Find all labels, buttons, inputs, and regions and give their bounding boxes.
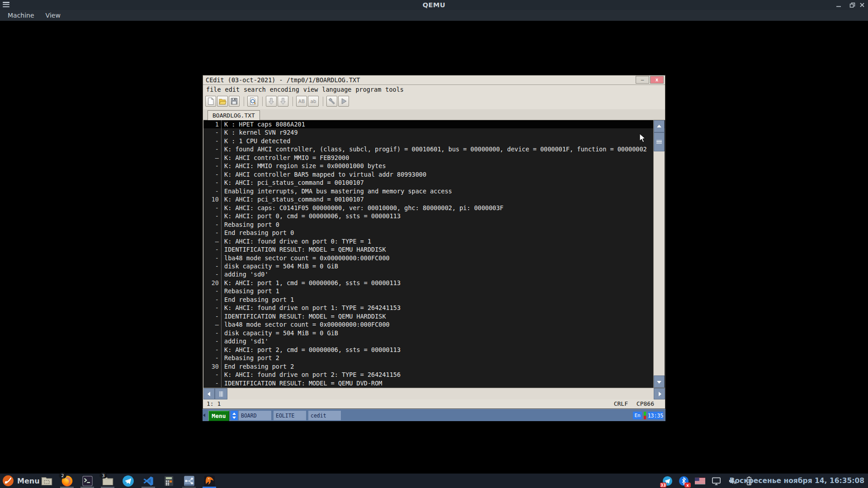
telegram-launcher[interactable]: [121, 474, 135, 488]
line-number: -: [203, 187, 221, 195]
build-button[interactable]: [326, 96, 337, 107]
cedit-window: CEdit (03-oct-2021) - /tmp0/1/BOARDLOG.T…: [203, 75, 665, 409]
line-text: K: AHCI: port 0, cmd = 00000006, ssts = …: [221, 212, 401, 220]
display-tray[interactable]: [711, 475, 722, 486]
close-icon: [859, 2, 865, 8]
line-text: IDENTIFICATION RESULT: MODEL = QEMU HARD…: [221, 245, 386, 253]
guest-menu-button[interactable]: Menu: [208, 411, 229, 421]
search-button[interactable]: [247, 96, 258, 107]
scroll-up-button[interactable]: [654, 120, 665, 132]
editor-line: -Rebasing port 2: [203, 354, 665, 362]
host-menu-button[interactable]: Menu: [2, 475, 40, 487]
open-file-button[interactable]: [217, 96, 228, 107]
editor-line: -Rebasing port 0: [203, 221, 665, 229]
undo-button[interactable]: [266, 96, 277, 107]
toolbar-separator: [244, 97, 244, 106]
run-button[interactable]: [338, 96, 349, 107]
redo-button[interactable]: [278, 96, 288, 107]
editor-line: -K: AHCI: port 0, cmd = 00000006, ssts =…: [203, 212, 665, 220]
screen: QEMU MachineView CEdit (03-oct-2021) - /…: [0, 0, 868, 488]
scroll-left-button[interactable]: [203, 388, 215, 399]
host-titlebar[interactable]: QEMU: [0, 0, 868, 10]
line-number: -: [203, 379, 221, 387]
cpu-load-indicator: [644, 412, 646, 419]
telegram-tray[interactable]: 33: [662, 475, 673, 486]
cedit-menu-program[interactable]: program: [355, 86, 381, 93]
task-button-cedit[interactable]: cedit: [308, 411, 341, 420]
task-button-board[interactable]: BOARD: [239, 411, 271, 420]
editor-line: 1K : HPET caps 8086A201: [203, 120, 665, 128]
line-number: -: [203, 371, 221, 379]
cedit-menu-file[interactable]: file: [206, 86, 221, 93]
encoding-indicator: CP866: [637, 400, 654, 407]
line-number: -: [203, 312, 221, 320]
guest-language-indicator[interactable]: En: [633, 412, 642, 419]
cedit-menu-tools[interactable]: tools: [385, 86, 404, 93]
falkon-launcher[interactable]: [203, 474, 216, 488]
vertical-scroll-thumb[interactable]: [654, 132, 665, 151]
cedit-menu-encoding[interactable]: encoding: [270, 86, 299, 93]
editor-line: -K: AHCI: found drive on port 1: TYPE = …: [203, 304, 665, 312]
terminal-icon: [81, 475, 94, 487]
keyboard-layout[interactable]: [694, 475, 705, 486]
terminal-launcher[interactable]: [80, 474, 94, 488]
line-number: -: [203, 245, 221, 253]
host-taskbar: Menu 23 33x Воскресенье ноября 14, 16:35…: [0, 474, 868, 488]
replace-lowercase-button[interactable]: ab: [308, 96, 319, 107]
line-text: K : HPET caps 8086A201: [221, 120, 305, 128]
task-button-eolite[interactable]: EOLITE: [274, 411, 306, 420]
cedit-statusbar: 1: 1 CRLF CP866: [203, 399, 665, 408]
cursor-position: 1: 1: [207, 400, 221, 407]
build-icon: [328, 97, 336, 105]
tab-boardlog[interactable]: BOARDLOG.TXT: [208, 110, 260, 120]
folder-launcher[interactable]: 3: [101, 474, 114, 488]
save-file-button[interactable]: [229, 96, 240, 107]
calculator-launcher[interactable]: [162, 474, 175, 488]
vertical-scrollbar[interactable]: [653, 120, 665, 388]
scroll-right-button[interactable]: [654, 388, 665, 399]
telegram-icon: [122, 475, 134, 487]
editor-text-area[interactable]: 1K : HPET caps 8086A201-K : kernel SVN r…: [203, 120, 665, 388]
guest-clock[interactable]: 13:35: [648, 412, 663, 419]
cedit-menu-search[interactable]: search: [244, 86, 266, 93]
new-file-icon: [207, 97, 215, 105]
vscode-launcher[interactable]: [142, 474, 155, 488]
undo-icon: [267, 97, 275, 105]
cedit-menu-language[interactable]: language: [322, 86, 351, 93]
editor-line: -K: AHCI: pci_status_command = 00100107: [203, 178, 665, 187]
cedit-menu-view[interactable]: view: [303, 86, 318, 93]
horizontal-scroll-thumb[interactable]: [215, 388, 227, 399]
file-manager-launcher[interactable]: [40, 474, 53, 488]
cedit-close-button[interactable]: x: [650, 76, 664, 84]
launcher-icons: 23: [40, 474, 223, 488]
host-clock[interactable]: Воскресенье ноября 14, 16:35:08: [730, 474, 864, 488]
menubar-item-machine[interactable]: Machine: [4, 11, 38, 19]
menubar-item-view[interactable]: View: [42, 11, 64, 19]
bluetooth-tray[interactable]: x: [678, 475, 689, 486]
cedit-titlebar[interactable]: CEdit (03-oct-2021) - /tmp0/1/BOARDLOG.T…: [203, 75, 665, 85]
line-text: IDENTIFICATION RESULT: MODEL = QEMU DVD-…: [221, 379, 382, 387]
new-file-button[interactable]: [205, 96, 216, 107]
line-number: -: [203, 354, 221, 362]
line-number: 20: [203, 279, 221, 287]
cedit-minimize-button[interactable]: –: [636, 76, 649, 84]
line-number: -: [203, 212, 221, 220]
cedit-menubar: fileeditsearchencodingviewlanguageprogra…: [204, 85, 656, 94]
firefox-launcher[interactable]: 2: [60, 474, 74, 488]
cedit-menu-edit[interactable]: edit: [225, 86, 240, 93]
window-switcher-button[interactable]: [231, 411, 238, 420]
replace-uppercase-button[interactable]: AB: [296, 96, 307, 107]
line-number: -: [203, 229, 221, 237]
taskbar-collapse-icon[interactable]: [203, 413, 205, 417]
minimize-button[interactable]: [833, 0, 844, 10]
app-menu-icon: [2, 475, 14, 487]
close-button[interactable]: [856, 0, 868, 10]
calculator-icon: [163, 475, 175, 487]
network-share-launcher[interactable]: [182, 474, 196, 488]
horizontal-scrollbar[interactable]: [203, 388, 665, 399]
toolbar-separator: [323, 97, 323, 106]
scroll-down-button[interactable]: [654, 375, 665, 388]
file-manager-icon: [41, 475, 53, 487]
editor-line: -Enabling interrupts, DMA bus mastering …: [203, 187, 665, 195]
editor-line: -K : 1 CPU detected: [203, 137, 665, 145]
